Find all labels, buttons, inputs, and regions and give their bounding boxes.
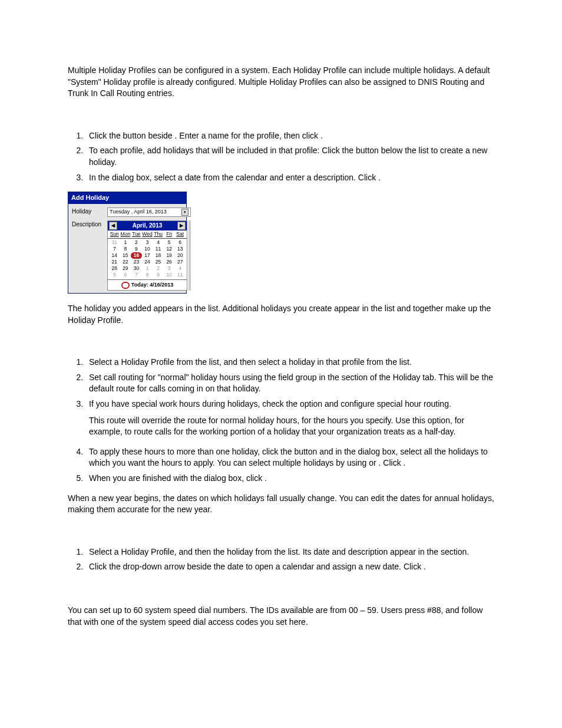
document-page: Multiple Holiday Profiles can be configu… [0,0,562,728]
calendar-day[interactable]: 6 [120,272,131,278]
calendar-day[interactable]: 22 [120,259,131,265]
step-1-2: To each profile, add holidays that will … [85,145,494,168]
calendar-day[interactable]: 30 [131,265,142,272]
add-holiday-dialog: Add Holiday Holiday Tuesday , April 16, … [68,192,187,294]
calendar-day[interactable]: 10 [142,246,153,252]
calendar-day[interactable]: 4 [153,239,164,246]
step-2-5: When you are finished with the dialog bo… [85,473,494,485]
calendar-day[interactable]: 3 [142,239,153,246]
calendar-day[interactable]: 31 [109,239,120,246]
calendar-week-row: 14151617181920 [109,252,186,259]
calendar-day[interactable]: 10 [164,272,175,278]
spacer [68,581,494,605]
steps-list-3: Select a Holiday Profile, and then the h… [68,546,494,573]
add-holiday-dialog-figure: Add Holiday Holiday Tuesday , April 16, … [68,192,494,294]
dow-label: Sat [174,230,186,239]
date-field-text: Tuesday , April 16, 2013 [110,208,167,216]
calendar-day[interactable]: 11 [174,272,186,278]
calendar-day[interactable]: 14 [109,252,120,259]
calendar-day[interactable]: 23 [131,259,142,265]
calendar-dow-row: Sun Mon Tue Wed Thu Fri Sat [108,230,187,239]
after-dialog-paragraph: The holiday you added appears in the lis… [68,303,494,326]
step-3-2: Click the drop-down arrow beside the dat… [85,561,494,573]
dow-label: Sun [109,230,120,239]
calendar-day[interactable]: 25 [153,259,164,265]
dialog-form: Holiday Tuesday , April 16, 2013 ▾ Descr… [68,204,186,294]
dow-label: Mon [120,230,131,239]
step-2-4: To apply these hours to more than one ho… [85,446,494,469]
prev-month-icon[interactable]: ◀ [109,222,117,230]
calendar-day[interactable]: 6 [174,239,186,246]
calendar-day[interactable]: 12 [164,246,175,252]
calendar-day[interactable]: 5 [109,272,120,278]
calendar-day[interactable]: 13 [174,246,186,252]
calendar-week-row: 2829301234 [109,265,186,272]
next-month-icon[interactable]: ▶ [177,222,186,230]
holiday-label: Holiday [72,207,105,216]
step-3-1: Select a Holiday Profile, and then the h… [85,546,494,558]
calendar-day[interactable]: 28 [109,265,120,272]
calendar-day[interactable]: 8 [142,272,153,278]
calendar-body: 3112345678910111213141516171819202122232… [108,239,187,278]
calendar-day[interactable]: 7 [109,246,120,252]
calendar-day[interactable]: 27 [174,259,186,265]
today-ring-icon [121,282,130,289]
holiday-date-field[interactable]: Tuesday , April 16, 2013 ▾ [107,207,191,217]
calendar-day[interactable]: 7 [131,272,142,278]
step-2-3-text: If you have special work hours during ho… [89,399,451,409]
dow-label: Tue [131,230,142,239]
description-label: Description [72,220,105,229]
spacer [68,334,494,357]
step-2-2: Set call routing for "normal" holiday ho… [85,372,494,395]
dialog-title: Add Holiday [68,192,186,203]
calendar-day[interactable]: 2 [131,239,142,246]
calendar-header: ◀ April, 2013 ▶ [108,221,187,230]
calendar-day[interactable]: 18 [153,252,164,259]
calendar-day[interactable]: 1 [120,239,131,246]
calendar-day[interactable]: 29 [120,265,131,272]
step-1-3: In the dialog box, select a date from th… [85,172,494,184]
calendar-day[interactable]: 2 [153,265,164,272]
steps-list-2: Select a Holiday Profile from the list, … [68,357,494,484]
calendar-day[interactable]: 26 [164,259,175,265]
calendar-week-row: 567891011 [109,272,186,278]
calendar-day[interactable]: 4 [174,265,186,272]
calendar-week-row: 78910111213 [109,246,186,252]
spacer [68,524,494,546]
step-1-1: Click the button beside . Enter a name f… [85,130,494,142]
intro-paragraph: Multiple Holiday Profiles can be configu… [68,65,494,100]
calendar-day[interactable]: 20 [174,252,186,259]
calendar-day[interactable]: 24 [142,259,153,265]
calendar-day[interactable]: 17 [142,252,153,259]
dow-label: Fri [164,230,175,239]
calendar-day[interactable]: 9 [131,246,142,252]
calendar-today-row[interactable]: Today: 4/16/2013 [108,279,187,290]
calendar-day[interactable]: 11 [153,246,164,252]
scrollbar-stub[interactable] [189,220,191,291]
calendar-day[interactable]: 1 [142,265,153,272]
step-2-1: Select a Holiday Profile from the list, … [85,357,494,368]
step-2-3: If you have special work hours during ho… [85,398,494,438]
outro-paragraph: You can set up to 60 system speed dial n… [68,605,494,628]
dow-label: Wed [142,230,153,239]
after-steps2-paragraph: When a new year begins, the dates on whi… [68,493,494,516]
calendar-day[interactable]: 16 [131,252,142,259]
date-dropdown-icon[interactable]: ▾ [181,209,189,216]
spacer [68,108,494,130]
calendar-day[interactable]: 15 [120,252,131,259]
calendar-month-label: April, 2013 [133,222,163,230]
calendar-popup[interactable]: ◀ April, 2013 ▶ Sun Mon Tue Wed Thu Fri … [107,220,187,291]
calendar-day[interactable]: 8 [120,246,131,252]
calendar-day[interactable]: 5 [164,239,175,246]
calendar-day[interactable]: 9 [153,272,164,278]
calendar-day[interactable]: 19 [164,252,175,259]
calendar-area: ◀ April, 2013 ▶ Sun Mon Tue Wed Thu Fri … [107,220,191,291]
calendar-day[interactable]: 3 [164,265,175,272]
today-label: Today: 4/16/2013 [131,282,173,288]
dow-label: Thu [153,230,164,239]
calendar-day[interactable]: 21 [109,259,120,265]
steps-list-1: Click the button beside . Enter a name f… [68,130,494,183]
calendar-week-row: 31123456 [109,239,186,246]
calendar-week-row: 21222324252627 [109,259,186,265]
step-2-3-extra: This route will override the route for n… [89,415,494,438]
